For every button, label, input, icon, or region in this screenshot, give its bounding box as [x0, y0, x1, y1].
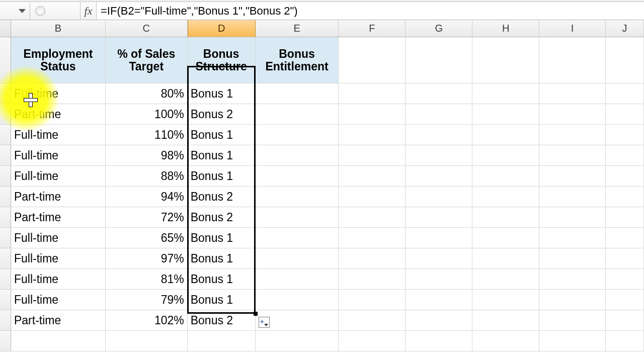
- cell-E11[interactable]: [256, 269, 339, 290]
- cell-H10[interactable]: [472, 248, 539, 269]
- cell-B8[interactable]: Part-time: [11, 207, 106, 228]
- select-all-corner[interactable]: [0, 20, 11, 37]
- column-header-B[interactable]: B: [11, 20, 106, 37]
- cell-F5[interactable]: [339, 145, 406, 166]
- cell-B9[interactable]: Full-time: [11, 228, 106, 248]
- cell-B6[interactable]: Full-time: [11, 166, 106, 187]
- cell-C7[interactable]: 94%: [106, 187, 188, 207]
- cell-E4[interactable]: [256, 125, 339, 145]
- fill-handle[interactable]: [254, 312, 258, 316]
- cell-E7[interactable]: [256, 187, 339, 207]
- cell-B4[interactable]: Full-time: [11, 125, 106, 145]
- cell-J5[interactable]: [606, 145, 644, 166]
- cell-J6[interactable]: [606, 166, 644, 187]
- column-header-C[interactable]: C: [106, 20, 188, 37]
- cell-C3[interactable]: 100%: [106, 104, 188, 125]
- column-header-D[interactable]: D: [188, 20, 256, 37]
- cell-D2[interactable]: Bonus 1: [188, 83, 256, 104]
- column-header-J[interactable]: J: [606, 20, 644, 37]
- cell-H8[interactable]: [472, 207, 539, 228]
- cell-B12[interactable]: Full-time: [11, 290, 106, 310]
- cell-J12[interactable]: [606, 290, 644, 310]
- insert-function-button[interactable]: fx: [80, 2, 97, 20]
- cell-H13[interactable]: [472, 310, 539, 331]
- cell-B3[interactable]: Part-time: [11, 104, 106, 125]
- cell-H9[interactable]: [472, 228, 539, 248]
- cell-F12[interactable]: [339, 290, 406, 310]
- cell-J13[interactable]: [606, 310, 644, 331]
- cell-F2[interactable]: [339, 83, 406, 104]
- row-header[interactable]: [0, 331, 11, 351]
- cell-C12[interactable]: 79%: [106, 290, 188, 310]
- cell-empty[interactable]: [339, 331, 406, 351]
- cell-C11[interactable]: 81%: [106, 269, 188, 290]
- cell-B7[interactable]: Part-time: [11, 187, 106, 207]
- header-cell-G[interactable]: [406, 37, 472, 83]
- formula-input[interactable]: =IF(B2="Full-time","Bonus 1","Bonus 2"): [97, 2, 644, 20]
- cell-empty[interactable]: [539, 331, 606, 351]
- cell-B13[interactable]: Part-time: [11, 310, 106, 331]
- cell-J9[interactable]: [606, 228, 644, 248]
- cell-D13[interactable]: Bonus 2: [188, 310, 256, 331]
- cell-H12[interactable]: [472, 290, 539, 310]
- cell-empty[interactable]: [406, 331, 472, 351]
- cell-C8[interactable]: 72%: [106, 207, 188, 228]
- cell-G2[interactable]: [406, 83, 472, 104]
- row-header[interactable]: [0, 248, 11, 269]
- cell-G7[interactable]: [406, 187, 472, 207]
- cell-G5[interactable]: [406, 145, 472, 166]
- cell-E3[interactable]: [256, 104, 339, 125]
- row-header[interactable]: [0, 104, 11, 125]
- cell-D4[interactable]: Bonus 1: [188, 125, 256, 145]
- header-cell-F[interactable]: [339, 37, 406, 83]
- cell-I12[interactable]: [539, 290, 606, 310]
- cell-F9[interactable]: [339, 228, 406, 248]
- cell-D10[interactable]: Bonus 1: [188, 248, 256, 269]
- column-header-G[interactable]: G: [406, 20, 472, 37]
- cell-G9[interactable]: [406, 228, 472, 248]
- cell-empty[interactable]: [11, 331, 106, 351]
- cell-I3[interactable]: [539, 104, 606, 125]
- row-header[interactable]: [0, 269, 11, 290]
- cell-E8[interactable]: [256, 207, 339, 228]
- cell-C10[interactable]: 97%: [106, 248, 188, 269]
- row-header[interactable]: [0, 83, 11, 104]
- cell-C5[interactable]: 98%: [106, 145, 188, 166]
- cell-I7[interactable]: [539, 187, 606, 207]
- header-cell-B[interactable]: Employment Status: [11, 37, 106, 83]
- autofill-options-button[interactable]: +: [259, 317, 270, 328]
- cell-B11[interactable]: Full-time: [11, 269, 106, 290]
- header-cell-J[interactable]: [606, 37, 644, 83]
- cell-C2[interactable]: 80%: [106, 83, 188, 104]
- cell-D12[interactable]: Bonus 1: [188, 290, 256, 310]
- name-box-dropdown[interactable]: [0, 2, 30, 20]
- cell-I4[interactable]: [539, 125, 606, 145]
- cell-J3[interactable]: [606, 104, 644, 125]
- cell-D6[interactable]: Bonus 1: [188, 166, 256, 187]
- cell-empty[interactable]: [606, 331, 644, 351]
- cell-E9[interactable]: [256, 228, 339, 248]
- header-cell-H[interactable]: [472, 37, 539, 83]
- cell-I10[interactable]: [539, 248, 606, 269]
- column-header-H[interactable]: H: [472, 20, 539, 37]
- cell-I13[interactable]: [539, 310, 606, 331]
- cell-F6[interactable]: [339, 166, 406, 187]
- cell-G8[interactable]: [406, 207, 472, 228]
- cell-J11[interactable]: [606, 269, 644, 290]
- row-header[interactable]: [0, 145, 11, 166]
- cell-J10[interactable]: [606, 248, 644, 269]
- cell-F3[interactable]: [339, 104, 406, 125]
- cell-J2[interactable]: [606, 83, 644, 104]
- row-header[interactable]: [0, 125, 11, 145]
- row-header[interactable]: [0, 290, 11, 310]
- cell-F7[interactable]: [339, 187, 406, 207]
- cell-F11[interactable]: [339, 269, 406, 290]
- row-header[interactable]: [0, 37, 11, 83]
- cell-empty[interactable]: [188, 331, 256, 351]
- cell-B5[interactable]: Full-time: [11, 145, 106, 166]
- cell-empty[interactable]: [256, 331, 339, 351]
- row-header[interactable]: [0, 310, 11, 331]
- row-header[interactable]: [0, 187, 11, 207]
- cell-F10[interactable]: [339, 248, 406, 269]
- row-header[interactable]: [0, 228, 11, 248]
